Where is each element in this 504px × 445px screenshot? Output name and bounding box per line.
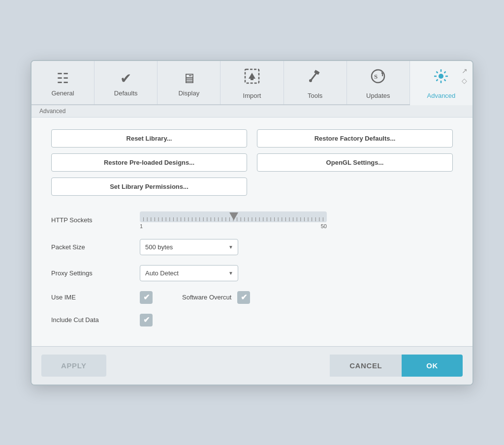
tools-icon	[307, 68, 323, 89]
tab-advanced[interactable]: Advanced	[410, 61, 472, 105]
footer-left: APPLY	[41, 355, 330, 377]
slider-max-label: 50	[321, 223, 327, 229]
http-sockets-control: 1 50	[140, 211, 453, 229]
restore-factory-button[interactable]: Restore Factory Defaults...	[257, 129, 453, 148]
set-permissions-button[interactable]: Set Library Permissions...	[51, 178, 247, 196]
include-cut-data-checkbox[interactable]: ✔	[140, 314, 153, 326]
software-overcut-checkmark: ✔	[241, 293, 247, 302]
tab-display-label: Display	[179, 89, 200, 97]
svg-line-15	[444, 79, 446, 81]
use-ime-label: Use IME	[51, 294, 140, 301]
general-icon: ☷	[57, 70, 69, 87]
apply-button[interactable]: APPLY	[41, 355, 106, 377]
svg-line-16	[444, 71, 446, 73]
reset-library-button[interactable]: Reset Library...	[51, 129, 247, 148]
svg-text:S: S	[374, 73, 378, 80]
tab-updates[interactable]: S Updates	[347, 61, 410, 104]
footer-right: CANCEL OK	[330, 355, 463, 377]
slider-labels: 1 50	[140, 223, 327, 229]
packet-size-row: Packet Size 500 bytes 1 KB 2 KB 4 KB ▼	[51, 239, 453, 255]
include-cut-data-checkmark: ✔	[143, 315, 150, 325]
svg-line-14	[437, 71, 438, 73]
tab-import-label: Import	[243, 92, 261, 99]
tab-import[interactable]: Import	[220, 61, 284, 104]
defaults-icon: ✔	[120, 70, 131, 87]
proxy-settings-row: Proxy Settings Auto Detect None Manual ▼	[51, 265, 453, 281]
tab-general-label: General	[51, 89, 74, 97]
proxy-settings-control: Auto Detect None Manual ▼	[140, 265, 453, 281]
use-ime-checkbox[interactable]: ✔	[140, 291, 153, 304]
ok-button[interactable]: OK	[402, 355, 463, 377]
proxy-settings-select[interactable]: Auto Detect None Manual	[140, 265, 238, 281]
tab-advanced-label: Advanced	[427, 92, 456, 99]
software-overcut-label: Software Overcut	[182, 294, 231, 301]
slider-min-label: 1	[140, 223, 143, 229]
button-col-left: Reset Library... Restore Pre-loaded Desi…	[51, 129, 247, 202]
breadcrumb: Advanced	[32, 105, 472, 118]
packet-size-label: Packet Size	[51, 243, 140, 251]
packet-size-control: 500 bytes 1 KB 2 KB 4 KB ▼	[140, 239, 453, 255]
http-sockets-label: HTTP Sockets	[51, 216, 140, 224]
slider-ticks	[140, 217, 327, 222]
import-icon	[244, 68, 260, 89]
proxy-settings-select-wrapper: Auto Detect None Manual ▼	[140, 265, 238, 281]
http-sockets-row: HTTP Sockets	[51, 211, 453, 229]
tab-defaults[interactable]: ✔ Defaults	[94, 61, 158, 104]
use-ime-checkmark: ✔	[143, 293, 150, 302]
http-sockets-section: HTTP Sockets	[51, 211, 453, 326]
svg-point-5	[309, 79, 312, 82]
button-rows: Reset Library... Restore Pre-loaded Desi…	[51, 129, 453, 202]
svg-marker-1	[249, 73, 255, 79]
http-sockets-slider-container: 1 50	[140, 211, 327, 229]
tab-bar: ☷ General ✔ Defaults 🖥 Display Import	[32, 61, 472, 105]
dialog-footer: APPLY CANCEL OK	[32, 346, 472, 385]
include-cut-data-control: ✔	[140, 314, 453, 326]
packet-size-select-wrapper: 500 bytes 1 KB 2 KB 4 KB ▼	[140, 239, 238, 255]
tab-display[interactable]: 🖥 Display	[158, 61, 220, 104]
display-icon: 🖥	[182, 70, 196, 87]
tab-updates-label: Updates	[366, 92, 390, 99]
include-cut-data-row: Include Cut Data ✔	[51, 314, 453, 326]
proxy-settings-label: Proxy Settings	[51, 269, 140, 277]
svg-rect-2	[251, 79, 253, 80]
tab-tools-label: Tools	[308, 92, 322, 99]
packet-size-select[interactable]: 500 bytes 1 KB 2 KB 4 KB	[140, 239, 238, 255]
button-col-right: Restore Factory Defaults... OpenGL Setti…	[257, 129, 453, 202]
software-overcut-checkbox[interactable]: ✔	[237, 291, 250, 304]
updates-icon: S	[370, 68, 386, 89]
opengl-button[interactable]: OpenGL Settings...	[257, 153, 453, 172]
tab-tools[interactable]: Tools	[284, 61, 347, 104]
slider-track[interactable]	[140, 211, 327, 222]
svg-line-17	[437, 79, 438, 81]
content-area: Reset Library... Restore Pre-loaded Desi…	[32, 118, 472, 346]
settings-dialog: ↗ ◇ ☷ General ✔ Defaults 🖥 Display Impor…	[31, 60, 473, 386]
software-overcut-group: Software Overcut ✔	[182, 291, 250, 304]
cancel-button[interactable]: CANCEL	[330, 355, 402, 377]
tab-general[interactable]: ☷ General	[32, 61, 94, 104]
restore-preloaded-button[interactable]: Restore Pre-loaded Designs...	[51, 153, 247, 172]
use-ime-control: ✔ Software Overcut ✔	[140, 291, 453, 304]
advanced-icon	[433, 68, 449, 89]
use-ime-software-overcut-row: Use IME ✔ Software Overcut ✔	[51, 291, 453, 304]
svg-point-9	[439, 74, 443, 79]
tab-defaults-label: Defaults	[114, 89, 138, 97]
include-cut-data-label: Include Cut Data	[51, 316, 140, 324]
